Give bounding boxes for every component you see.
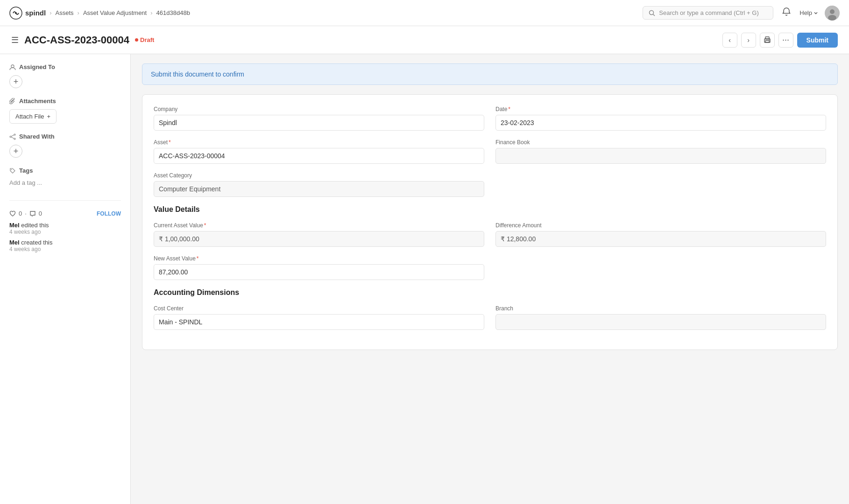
user-avatar bbox=[825, 6, 840, 21]
company-date-row: Company Date* bbox=[154, 106, 826, 131]
values-row: Current Asset Value* Difference Amount bbox=[154, 222, 826, 247]
nav-right: Search or type a command (Ctrl + G) Help bbox=[643, 5, 840, 21]
breadcrumb-current: 461d38d48b bbox=[156, 9, 190, 16]
top-nav: spindl › Assets › Asset Value Adjustment… bbox=[0, 0, 849, 26]
activity-time-1: 4 weeks ago bbox=[9, 246, 121, 252]
main-content: Submit this document to confirm Company … bbox=[131, 54, 849, 504]
cost-center-input[interactable] bbox=[154, 314, 484, 330]
activity-row: 0 · 0 FOLLOW bbox=[9, 210, 121, 217]
heart-icon[interactable] bbox=[9, 210, 16, 217]
branch-input[interactable] bbox=[495, 314, 826, 330]
activity-entry-0: Mel edited this 4 weeks ago bbox=[9, 222, 121, 235]
help-button[interactable]: Help bbox=[799, 9, 818, 16]
sep3: › bbox=[150, 9, 152, 16]
breadcrumb-assets[interactable]: Assets bbox=[56, 9, 74, 16]
header-right: ‹ › ··· Submit bbox=[722, 33, 838, 48]
activity-action-1: created this bbox=[21, 239, 52, 246]
sep2: › bbox=[78, 9, 79, 16]
search-icon bbox=[649, 10, 655, 16]
activity-time-0: 4 weeks ago bbox=[9, 229, 121, 235]
current-asset-value-group: Current Asset Value* bbox=[154, 222, 484, 247]
asset-category-input[interactable] bbox=[154, 181, 484, 197]
svg-point-17 bbox=[11, 169, 12, 170]
prev-button[interactable]: ‹ bbox=[722, 33, 737, 48]
finance-book-group: Finance Book bbox=[495, 139, 826, 164]
nav-left: spindl › Assets › Asset Value Adjustment… bbox=[9, 7, 190, 20]
svg-point-6 bbox=[828, 15, 836, 21]
notifications-button[interactable] bbox=[780, 5, 793, 21]
comments-count: 0 bbox=[39, 210, 42, 217]
alert-message: Submit this document to confirm bbox=[151, 70, 244, 78]
share-icon bbox=[9, 133, 16, 140]
shared-with-section: Shared With + bbox=[9, 133, 121, 158]
svg-point-1 bbox=[15, 12, 17, 14]
assigned-to-title: Assigned To bbox=[9, 63, 121, 70]
asset-category-row: Asset Category bbox=[154, 172, 826, 197]
help-label: Help bbox=[799, 9, 812, 16]
add-assigned-button[interactable]: + bbox=[9, 75, 22, 88]
likes-count: 0 bbox=[19, 210, 22, 217]
activity-section: 0 · 0 FOLLOW Mel edited this 4 weeks ago… bbox=[9, 210, 121, 256]
assigned-to-section: Assigned To + bbox=[9, 63, 121, 88]
print-button[interactable] bbox=[760, 33, 775, 48]
company-label: Company bbox=[154, 106, 484, 112]
tag-icon bbox=[9, 168, 16, 174]
page-header: ☰ ACC-ASS-2023-00004 Draft ‹ › ··· Submi… bbox=[0, 26, 849, 54]
shared-with-title: Shared With bbox=[9, 133, 121, 140]
sep1: › bbox=[50, 9, 51, 16]
search-bar[interactable]: Search or type a command (Ctrl + G) bbox=[643, 6, 773, 20]
more-button[interactable]: ··· bbox=[778, 33, 793, 48]
new-asset-value-input[interactable] bbox=[154, 264, 484, 280]
svg-line-3 bbox=[653, 14, 655, 16]
search-placeholder: Search or type a command (Ctrl + G) bbox=[659, 9, 759, 16]
cost-center-group: Cost Center bbox=[154, 305, 484, 330]
date-group: Date* bbox=[495, 106, 826, 131]
user-icon bbox=[9, 64, 16, 70]
cost-center-label: Cost Center bbox=[154, 305, 484, 312]
comment-icon[interactable] bbox=[29, 210, 36, 217]
next-button[interactable]: › bbox=[741, 33, 756, 48]
submit-button[interactable]: Submit bbox=[797, 33, 838, 48]
placeholder-group bbox=[495, 172, 826, 197]
attachments-title: Attachments bbox=[9, 98, 121, 105]
alert-bar: Submit this document to confirm bbox=[142, 63, 838, 85]
asset-input[interactable] bbox=[154, 148, 484, 164]
add-shared-button[interactable]: + bbox=[9, 145, 22, 158]
logo[interactable]: spindl bbox=[9, 7, 46, 20]
attach-file-button[interactable]: Attach File + bbox=[9, 109, 57, 124]
branch-group: Branch bbox=[495, 305, 826, 330]
attach-file-label: Attach File bbox=[15, 113, 44, 120]
status-badge: Draft bbox=[135, 36, 154, 43]
svg-point-2 bbox=[650, 10, 654, 14]
activity-user-0: Mel bbox=[9, 222, 20, 229]
shared-with-label: Shared With bbox=[19, 133, 55, 140]
activity-action-0: edited this bbox=[21, 222, 49, 229]
breadcrumb-asset-value-adjustment[interactable]: Asset Value Adjustment bbox=[83, 9, 147, 16]
svg-point-12 bbox=[10, 136, 11, 137]
menu-icon[interactable]: ☰ bbox=[11, 35, 19, 45]
svg-line-15 bbox=[11, 135, 14, 136]
finance-book-label: Finance Book bbox=[495, 139, 826, 146]
new-asset-value-group: New Asset Value* bbox=[154, 255, 484, 280]
date-label: Date* bbox=[495, 106, 826, 112]
difference-amount-label: Difference Amount bbox=[495, 222, 826, 229]
add-tag-link[interactable]: Add a tag ... bbox=[9, 179, 42, 186]
current-asset-value-input[interactable] bbox=[154, 231, 484, 247]
status-dot bbox=[135, 38, 138, 42]
company-input[interactable] bbox=[154, 115, 484, 131]
date-input[interactable] bbox=[495, 115, 826, 131]
bell-icon bbox=[782, 7, 791, 16]
finance-book-input[interactable] bbox=[495, 148, 826, 164]
asset-category-label: Asset Category bbox=[154, 172, 484, 179]
plus-icon: + bbox=[47, 113, 50, 120]
svg-rect-9 bbox=[765, 41, 769, 42]
svg-point-5 bbox=[830, 9, 835, 14]
print-icon bbox=[764, 36, 771, 44]
avatar[interactable] bbox=[825, 6, 840, 21]
doc-title: ACC-ASS-2023-00004 bbox=[24, 34, 129, 46]
difference-amount-input[interactable] bbox=[495, 231, 826, 247]
sidebar-divider bbox=[9, 200, 121, 201]
attachments-label: Attachments bbox=[19, 98, 56, 105]
status-label: Draft bbox=[140, 36, 154, 43]
follow-button[interactable]: FOLLOW bbox=[97, 210, 121, 217]
